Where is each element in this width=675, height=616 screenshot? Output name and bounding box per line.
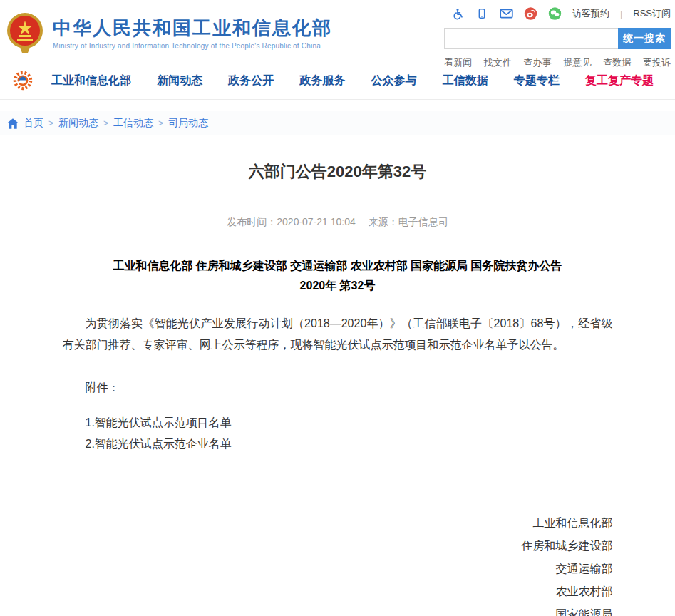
- quick-link-documents[interactable]: 找文件: [484, 56, 512, 69]
- nav-item-gov-openness[interactable]: 政务公开: [228, 73, 274, 88]
- wechat-icon[interactable]: [548, 7, 562, 21]
- mail-icon[interactable]: [500, 7, 513, 21]
- breadcrumb-miit-dynamics[interactable]: 工信动态: [113, 117, 153, 130]
- home-icon[interactable]: [7, 118, 19, 129]
- attachments-label: 附件：: [63, 381, 613, 396]
- accessibility-icon[interactable]: [451, 7, 465, 21]
- nav-items: 工业和信息化部 新闻动态 政务公开 政务服务 公众参与 工信数据 专题专栏 复工…: [51, 73, 675, 88]
- site-logo-link[interactable]: 中华人民共和国工业和信息化部 Ministry of Industry and …: [6, 4, 332, 63]
- site-title: 中华人民共和国工业和信息化部: [53, 17, 332, 39]
- national-emblem-icon: [6, 11, 44, 56]
- doc-heading: 工业和信息化部 住房和城乡建设部 交通运输部 农业农村部 国家能源局 国务院扶贫…: [63, 256, 613, 296]
- doc-paragraph: 为贯彻落实《智能光伏产业发展行动计划（2018—2020年）》（工信部联电子〔2…: [63, 313, 613, 355]
- quick-link-suggestions[interactable]: 提意见: [563, 56, 591, 69]
- attachment-item-enterprises[interactable]: 2.智能光伏试点示范企业名单: [86, 437, 613, 452]
- signature-line: 住房和城乡建设部: [63, 540, 613, 558]
- nav-item-gov-services[interactable]: 政务服务: [299, 73, 345, 88]
- signature-line: 农业农村部: [63, 586, 613, 603]
- attachment-item-projects[interactable]: 1.智能光伏试点示范项目名单: [86, 416, 613, 431]
- quick-link-data[interactable]: 查数据: [603, 56, 631, 69]
- breadcrumb-bureau-dynamics[interactable]: 司局动态: [168, 117, 208, 130]
- quick-links: 看新闻 找文件 查办事 提意见 查数据 要投诉: [444, 56, 671, 69]
- quick-link-news[interactable]: 看新闻: [444, 56, 472, 69]
- attachment-list: 1.智能光伏试点示范项目名单 2.智能光伏试点示范企业名单: [63, 416, 613, 452]
- unified-search-button[interactable]: 统一搜索: [618, 28, 671, 49]
- quick-link-complaints[interactable]: 要投诉: [643, 56, 671, 69]
- search-bar: 统一搜索: [444, 28, 671, 49]
- signature-line: 国家能源局: [63, 609, 613, 616]
- nav-item-news[interactable]: 新闻动态: [157, 73, 202, 88]
- header-right: 访客预约 | RSS订阅 统一搜索 看新闻 找文件 查办事 提意见 查数据 要投…: [444, 4, 671, 63]
- nav-item-public-participation[interactable]: 公众参与: [371, 73, 417, 88]
- site-header: 中华人民共和国工业和信息化部 Ministry of Industry and …: [0, 0, 675, 63]
- mobile-icon[interactable]: [475, 7, 489, 21]
- utility-separator: |: [620, 9, 622, 19]
- signature-block: 工业和信息化部 住房和城乡建设部 交通运输部 农业农村部 国家能源局 国务院扶贫…: [63, 518, 613, 616]
- article-meta: 发布时间：2020-07-21 10:04 来源：电子信息司: [63, 202, 613, 229]
- breadcrumb-news[interactable]: 新闻动态: [58, 117, 98, 130]
- rss-subscribe-link[interactable]: RSS订阅: [633, 7, 671, 20]
- nav-item-special-topics[interactable]: 专题专栏: [514, 73, 560, 88]
- doc-heading-line1: 工业和信息化部 住房和城乡建设部 交通运输部 农业农村部 国家能源局 国务院扶贫…: [63, 256, 613, 276]
- miit-gear-e-icon[interactable]: [11, 70, 34, 93]
- attachments: 附件： 1.智能光伏试点示范项目名单 2.智能光伏试点示范企业名单: [63, 381, 613, 452]
- doc-body: 为贯彻落实《智能光伏产业发展行动计划（2018—2020年）》（工信部联电子〔2…: [63, 313, 613, 355]
- breadcrumb-home[interactable]: 首页: [24, 117, 43, 130]
- doc-heading-line2: 2020年 第32号: [63, 276, 613, 296]
- brand-text: 中华人民共和国工业和信息化部 Ministry of Industry and …: [53, 17, 332, 50]
- quick-link-services[interactable]: 查办事: [524, 56, 552, 69]
- weibo-icon[interactable]: [524, 7, 537, 21]
- article: 六部门公告2020年第32号 发布时间：2020-07-21 10:04 来源：…: [63, 161, 613, 616]
- nav-item-work-resumption[interactable]: 复工复产专题: [585, 73, 654, 88]
- publish-time: 发布时间：2020-07-21 10:04: [227, 216, 356, 227]
- nav-item-industry-data[interactable]: 工信数据: [443, 73, 488, 88]
- search-input[interactable]: [444, 28, 618, 49]
- signature-line: 交通运输部: [63, 563, 613, 580]
- page-title: 六部门公告2020年第32号: [63, 161, 613, 183]
- header-utility-row: 访客预约 | RSS订阅: [444, 6, 671, 21]
- breadcrumb-separator: >: [48, 118, 53, 128]
- visitor-appointment-link[interactable]: 访客预约: [572, 7, 609, 20]
- nav-item-miit[interactable]: 工业和信息化部: [51, 73, 131, 88]
- breadcrumb-separator: >: [158, 118, 163, 128]
- site-subtitle: Ministry of Industry and Information Tec…: [53, 42, 332, 50]
- signature-line: 工业和信息化部: [63, 518, 613, 535]
- breadcrumb-separator: >: [103, 118, 108, 128]
- source: 来源：电子信息司: [369, 216, 448, 227]
- breadcrumb: 首页 > 新闻动态 > 工信动态 > 司局动态: [0, 111, 675, 135]
